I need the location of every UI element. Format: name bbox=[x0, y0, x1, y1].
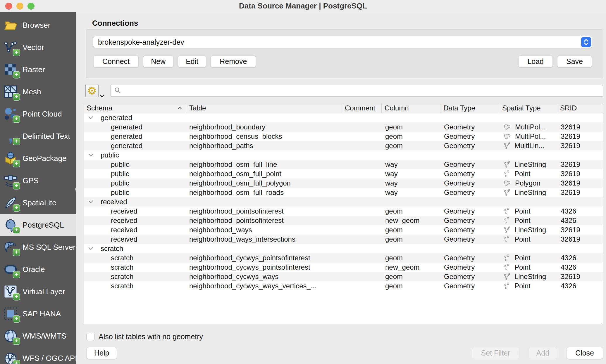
data-type-cell: Geometry bbox=[440, 282, 499, 290]
window-title: Data Source Manager | PostgreSQL bbox=[239, 1, 367, 11]
column-header-srid[interactable]: SRID bbox=[557, 103, 603, 113]
sidebar-item-wfs-ogc-api[interactable]: + WFS / OGC API bbox=[0, 347, 76, 364]
table-row[interactable]: receivedneighborhood_ways_intersectionsg… bbox=[84, 235, 603, 244]
table-row[interactable]: scratchneighborhood_cycwys_pointsofinter… bbox=[84, 253, 603, 263]
connection-select-value: brokenspoke-analyzer-dev bbox=[98, 38, 184, 46]
spatial-type-value: Point bbox=[514, 263, 531, 271]
table-row[interactable]: scratchneighborhood_cycwys_ways_vertices… bbox=[84, 281, 603, 291]
column-header-spatial-type[interactable]: Spatial Type bbox=[499, 103, 557, 113]
table-group-row[interactable]: public bbox=[84, 150, 603, 160]
add-plus-icon: + bbox=[13, 227, 20, 233]
table-row[interactable]: receivedneighborhood_waysgeomGeometryLin… bbox=[84, 225, 603, 235]
table-group-row[interactable]: scratch bbox=[84, 244, 603, 253]
sidebar-item-label: WMS/WMTS bbox=[23, 332, 66, 341]
table-row[interactable]: receivedneighborhood_pointsofinterestnew… bbox=[84, 216, 603, 225]
table-cell: neighborhood_cycwys_ways bbox=[186, 273, 342, 281]
close-window-icon[interactable] bbox=[5, 3, 12, 10]
connection-select[interactable]: brokenspoke-analyzer-dev bbox=[93, 36, 592, 48]
vector-icon: + bbox=[4, 40, 18, 54]
srid-cell: 32619 bbox=[557, 142, 603, 150]
sidebar-item-virtual-layer[interactable]: + Virtual Layer bbox=[0, 280, 76, 303]
polygon-icon bbox=[503, 133, 511, 140]
sidebar-item-delimited-text[interactable]: , + Delimited Text bbox=[0, 125, 76, 147]
load-button[interactable]: Load bbox=[518, 56, 553, 67]
dialog-buttons-row: Help Set Filter Add Close bbox=[86, 347, 603, 359]
sidebar-item-browser[interactable]: Browser bbox=[0, 14, 76, 36]
chevron-down-icon[interactable] bbox=[88, 153, 95, 157]
edit-button[interactable]: Edit bbox=[178, 56, 206, 67]
schema-cell: received bbox=[84, 235, 186, 243]
select-stepper-icon[interactable] bbox=[581, 37, 591, 47]
chevron-down-icon[interactable] bbox=[88, 116, 95, 119]
sidebar-item-wms-wmts[interactable]: + WMS/WMTS bbox=[0, 325, 76, 347]
sidebar-item-raster[interactable]: + Raster bbox=[0, 58, 76, 81]
table-row[interactable]: publicneighborhood_osm_full_roadswayGeom… bbox=[84, 188, 603, 197]
table-cell: neighborhood_ways_intersections bbox=[186, 235, 342, 243]
remove-button[interactable]: Remove bbox=[211, 56, 256, 67]
sidebar-item-point-cloud[interactable]: + Point Cloud bbox=[0, 103, 76, 125]
spatial-type-value: Polygon bbox=[515, 179, 540, 187]
spatial-type-value: Point bbox=[514, 282, 531, 290]
table-group-row[interactable]: received bbox=[84, 197, 603, 207]
schema-cell: generated bbox=[84, 132, 186, 141]
column-header-comment[interactable]: Comment bbox=[342, 103, 382, 113]
comma-icon: , + bbox=[4, 129, 18, 143]
column-header-table[interactable]: Table bbox=[186, 103, 342, 113]
table-row[interactable]: publicneighborhood_osm_full_linewayGeome… bbox=[84, 160, 603, 169]
sidebar-item-label: Raster bbox=[23, 65, 45, 74]
sidebar-item-postgresql[interactable]: + PostgreSQL bbox=[0, 214, 76, 236]
add-plus-icon: + bbox=[13, 271, 20, 278]
column-header-data-type[interactable]: Data Type bbox=[440, 103, 499, 113]
table-row[interactable]: generatedneighborhood_boundarygeomGeomet… bbox=[84, 122, 603, 132]
search-field[interactable] bbox=[110, 85, 603, 97]
column-header-schema[interactable]: Schema bbox=[84, 103, 186, 113]
minimize-window-icon[interactable] bbox=[16, 3, 23, 10]
spatial-type-cell: Point bbox=[499, 282, 557, 290]
sidebar-item-gps[interactable]: + GPS bbox=[0, 169, 76, 192]
data-type-cell: Geometry bbox=[440, 216, 499, 225]
srid-cell: 32619 bbox=[557, 160, 603, 169]
sidebar-item-sap-hana[interactable]: + SAP HANA bbox=[0, 303, 76, 325]
point-cloud-icon: + bbox=[4, 107, 18, 121]
chevron-down-icon[interactable] bbox=[88, 247, 95, 250]
schema-cell: received bbox=[84, 216, 186, 225]
table-row[interactable]: publicneighborhood_osm_full_pointwayGeom… bbox=[84, 169, 603, 178]
connect-button[interactable]: Connect bbox=[93, 56, 139, 67]
options-gear-button[interactable]: ⚙ bbox=[85, 84, 99, 97]
save-button[interactable]: Save bbox=[557, 56, 592, 67]
close-button[interactable]: Close bbox=[566, 347, 603, 359]
set-filter-button: Set Filter bbox=[472, 347, 519, 359]
no-geometry-checkbox[interactable] bbox=[86, 333, 94, 341]
data-type-cell: Geometry bbox=[440, 207, 499, 215]
column-header-column[interactable]: Column bbox=[382, 103, 440, 113]
sidebar-item-label: GPS bbox=[23, 176, 39, 185]
column-cell: geom bbox=[382, 254, 440, 262]
gear-dropdown-chevron-icon[interactable] bbox=[100, 93, 104, 99]
spatial-type-cell: Point bbox=[499, 216, 557, 225]
sidebar-item-spatialite[interactable]: + SpatiaLite bbox=[0, 192, 76, 214]
zoom-window-icon[interactable] bbox=[27, 3, 35, 10]
sidebar-item-oracle[interactable]: + Oracle bbox=[0, 258, 76, 280]
sidebar-item-ms-sql-server[interactable]: + MS SQL Server bbox=[0, 236, 76, 258]
gear-icon: ⚙ bbox=[87, 86, 97, 96]
table-row[interactable]: receivedneighborhood_pointsofinterestgeo… bbox=[84, 207, 603, 216]
sidebar-item-label: Mesh bbox=[23, 87, 41, 96]
table-row[interactable]: generatedneighborhood_pathsgeomGeometryM… bbox=[84, 141, 603, 150]
spatial-type-value: Point bbox=[514, 207, 531, 215]
table-group-row[interactable]: generated bbox=[84, 113, 603, 122]
table-row[interactable]: publicneighborhood_osm_full_polygonwayGe… bbox=[84, 178, 603, 188]
search-input[interactable] bbox=[124, 86, 603, 96]
table-row[interactable]: scratchneighborhood_cycwys_pointsofinter… bbox=[84, 263, 603, 272]
sidebar-item-geopackage[interactable]: + GeoPackage bbox=[0, 147, 76, 169]
globe-vector-icon: + bbox=[4, 351, 18, 364]
srid-cell: 4326 bbox=[557, 282, 603, 290]
sidebar-item-mesh[interactable]: + Mesh bbox=[0, 81, 76, 103]
sidebar-item-vector[interactable]: + Vector bbox=[0, 36, 76, 58]
new-button[interactable]: New bbox=[143, 56, 173, 67]
chevron-down-icon[interactable] bbox=[88, 200, 95, 204]
table-cell: neighborhood_pointsofinterest bbox=[186, 207, 342, 215]
table-row[interactable]: scratchneighborhood_cycwys_waysgeomGeome… bbox=[84, 272, 603, 281]
table-row[interactable]: generatedneighborhood_census_blocksgeomG… bbox=[84, 132, 603, 141]
spatial-type-value: Point bbox=[514, 235, 531, 243]
help-button[interactable]: Help bbox=[86, 347, 117, 359]
